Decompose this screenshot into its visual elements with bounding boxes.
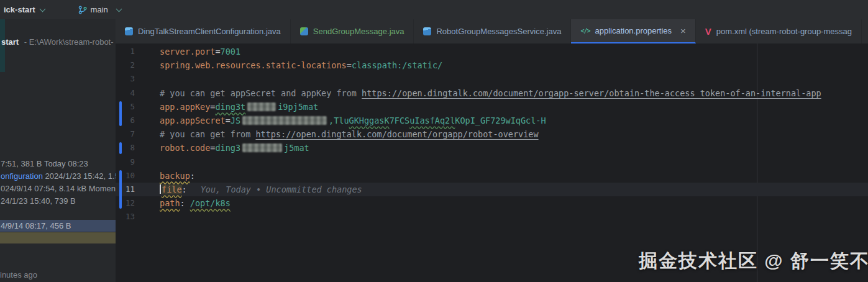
- code-token: https://open.dingtalk.com/document/orgap…: [362, 88, 821, 98]
- code-token: path: [160, 198, 180, 208]
- tab-label: application.properties: [595, 26, 672, 35]
- code-token: =: [226, 116, 231, 125]
- tree-row-selected[interactable]: 4/9/14 08:17, 456 B: [0, 220, 116, 232]
- code-token: You, Today • Uncommitted changes: [201, 184, 362, 194]
- code-token: j5mat: [284, 143, 309, 153]
- line-number: 4: [116, 86, 135, 100]
- branch-selector[interactable]: main: [75, 2, 125, 17]
- code-text: backup:: [160, 169, 195, 183]
- line-number: 11: [116, 183, 135, 196]
- project-tree-panel: start - E:\AWork\stream-robot- 7:51, 381…: [0, 19, 116, 282]
- close-icon[interactable]: ×: [680, 27, 686, 35]
- editor-pane[interactable]: 1server.port=70012spring.web.resources.s…: [116, 43, 868, 282]
- maven-icon: V: [705, 27, 711, 36]
- censored-text: [242, 143, 282, 152]
- code-token: # you can get appSecret and appKey from: [160, 88, 362, 98]
- java-class-icon: [423, 27, 431, 35]
- code-line[interactable]: 10backup:: [116, 169, 868, 183]
- chevron-down-icon: [116, 6, 122, 12]
- tree-row-label: 2024/1/23 15:42, 1.57: [45, 171, 116, 181]
- tree-row-modified-highlight[interactable]: [0, 232, 116, 243]
- code-token: backup: [160, 171, 190, 181]
- editor-tab[interactable]: DingTalkStreamClientConfiguration.java: [116, 19, 291, 43]
- java-class-icon: [300, 27, 308, 35]
- tab-label: DingTalkStreamClientConfiguration.java: [138, 27, 281, 36]
- chevron-down-icon: [39, 6, 45, 12]
- code-lines: 1server.port=70012spring.web.resources.s…: [116, 45, 868, 224]
- code-token: =: [347, 60, 352, 70]
- code-token: ding3: [215, 143, 240, 153]
- line-number: 3: [116, 72, 135, 86]
- tree-row-label: 24/1/23 15:40, 739 B: [1, 196, 76, 206]
- code-token: ,Tlu: [329, 116, 349, 125]
- tab-label: RobotGroupMessagesService.java: [436, 27, 561, 36]
- code-line[interactable]: 7# you can get from https://open.dingtal…: [116, 127, 868, 141]
- code-text: # you can get from https://open.dingtalk…: [160, 127, 539, 141]
- code-line[interactable]: 8robot.code=ding3j5mat: [116, 141, 868, 155]
- code-line[interactable]: 12path: /opt/k8s: [116, 196, 868, 210]
- line-number: 13: [116, 210, 135, 224]
- code-token: GKHggasK: [349, 116, 390, 125]
- project-root-node[interactable]: start - E:\AWork\stream-robot-: [1, 37, 114, 47]
- code-text: file:You, Today • Uncommitted changes: [160, 183, 362, 196]
- tree-row[interactable]: onfiguration 2024/1/23 15:42, 1.57: [0, 170, 116, 182]
- code-token: robot.code: [160, 143, 210, 153]
- main-toolbar: ick-start main: [0, 0, 868, 19]
- code-token: https://open.dingtalk.com/document/orgap…: [255, 129, 538, 139]
- editor-tab[interactable]: RobotGroupMessagesService.java: [414, 19, 571, 43]
- tree-row[interactable]: 024/9/14 07:54, 8.14 kB Moments ag: [0, 183, 116, 194]
- code-text: path: /opt/k8s: [160, 196, 231, 210]
- code-token: app.appKey: [160, 102, 210, 112]
- code-token: 7FCS: [390, 116, 410, 125]
- tree-row-filename: onfiguration: [1, 171, 43, 181]
- code-token: :: [190, 171, 195, 181]
- project-selector[interactable]: ick-start: [0, 2, 48, 17]
- code-token: 7001: [221, 47, 241, 57]
- code-text: app.appKey=ding3ti9pj5mat: [160, 100, 318, 114]
- line-number: 12: [116, 196, 135, 210]
- code-line[interactable]: 3: [116, 72, 868, 86]
- tree-row[interactable]: 7:51, 381 B Today 08:23: [0, 158, 116, 170]
- line-number: 8: [116, 141, 135, 155]
- line-number: 5: [116, 100, 135, 114]
- editor-tab[interactable]: SendGroupMessage.java: [291, 19, 414, 43]
- line-number: 6: [116, 114, 135, 127]
- code-line[interactable]: 1server.port=7001: [116, 45, 868, 58]
- properties-file-icon: </>: [580, 27, 590, 34]
- line-number: 9: [116, 155, 135, 169]
- code-line[interactable]: 2spring.web.resources.static-locations=c…: [116, 58, 868, 72]
- code-line[interactable]: 6app.appSecret=JS,TluGKHggasK7FCSuIasfAq…: [116, 114, 868, 127]
- censored-text: [242, 116, 327, 125]
- code-token: uIasfAq2l: [409, 116, 455, 125]
- code-token: file: [162, 184, 182, 194]
- code-token: spring.web.resources.static-locations: [160, 60, 347, 70]
- tree-row[interactable]: 24/1/23 15:40, 739 B: [0, 195, 116, 207]
- git-change-marker[interactable]: [119, 101, 122, 126]
- editor-tab-bar: DingTalkStreamClientConfiguration.javaSe…: [116, 19, 868, 43]
- line-number: 10: [116, 169, 135, 183]
- project-root-path: - E:\AWork\stream-robot-: [24, 37, 114, 47]
- branch-name: main: [91, 5, 108, 14]
- editor-tab[interactable]: Vpom.xml (stream-robot-group-messag: [696, 19, 862, 43]
- editor-tab[interactable]: </>application.properties×: [571, 19, 695, 43]
- code-line[interactable]: 9: [116, 155, 868, 169]
- code-token: app.appSecret: [160, 116, 226, 125]
- code-line[interactable]: 11file:You, Today • Uncommitted changes: [116, 183, 868, 196]
- tab-label: pom.xml (stream-robot-group-messag: [716, 27, 852, 36]
- code-token: :: [180, 198, 190, 208]
- tree-row-label: 4/9/14 08:17, 456 B: [1, 221, 71, 230]
- code-text: # you can get appSecret and appKey from …: [160, 86, 821, 100]
- line-number: 7: [116, 127, 135, 141]
- code-line[interactable]: 4# you can get appSecret and appKey from…: [116, 86, 868, 100]
- code-token: classpath:/static/: [352, 60, 442, 70]
- code-line[interactable]: 13: [116, 210, 868, 224]
- git-change-marker[interactable]: [119, 170, 122, 209]
- code-line[interactable]: 5app.appKey=ding3ti9pj5mat: [116, 100, 868, 114]
- tree-row-label: 024/9/14 07:54, 8.14 kB Moments ag: [1, 184, 116, 193]
- code-text: spring.web.resources.static-locations=cl…: [160, 58, 442, 72]
- git-change-marker[interactable]: [119, 142, 122, 153]
- code-token: server.port: [160, 47, 215, 57]
- tab-label: SendGroupMessage.java: [313, 27, 404, 36]
- censored-text: [247, 102, 276, 111]
- line-number: 1: [116, 45, 135, 58]
